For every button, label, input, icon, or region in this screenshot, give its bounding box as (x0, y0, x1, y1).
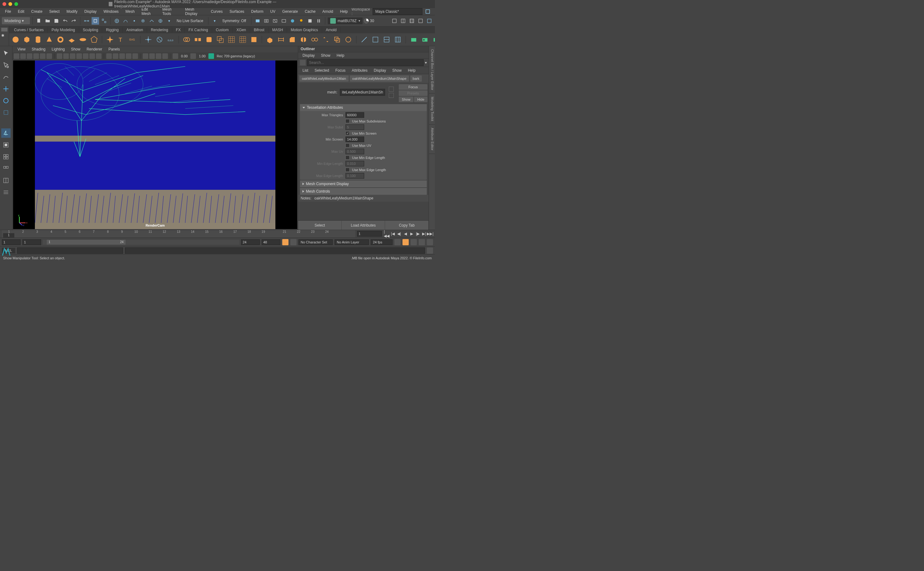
use-min-screen-checkbox[interactable] (345, 131, 350, 135)
open-scene-icon[interactable] (44, 17, 51, 25)
smooth-icon[interactable] (204, 35, 214, 44)
shelf-tab-mograph[interactable]: Motion Graphics (287, 27, 322, 33)
image-plane-icon[interactable] (33, 53, 39, 59)
menu-windows[interactable]: Windows (100, 9, 122, 14)
save-scene-icon[interactable] (52, 17, 60, 25)
step-forward-icon[interactable]: |▶ (415, 231, 420, 236)
connect-icon[interactable] (382, 35, 391, 44)
maximize-icon[interactable] (14, 2, 18, 6)
poly-plane-icon[interactable] (67, 35, 76, 44)
select-object-icon[interactable] (92, 17, 99, 25)
character-set-select[interactable]: No Character Set (299, 239, 333, 245)
ae-menu-list[interactable]: List (299, 68, 311, 73)
snap-curve-icon[interactable] (122, 17, 129, 25)
poly-cylinder-icon[interactable] (33, 35, 43, 44)
menu-uv[interactable]: UV (267, 9, 279, 14)
current-frame-indicator[interactable]: 1 (3, 233, 14, 238)
panel-menu-view[interactable]: View (14, 46, 29, 52)
min-screen-input[interactable] (345, 136, 364, 142)
snap-plane-icon[interactable] (148, 17, 156, 25)
outliner-menu-show[interactable]: Show (318, 52, 333, 58)
use-max-edge-checkbox[interactable] (345, 168, 350, 172)
gamma-value[interactable]: 1.00 (197, 54, 207, 58)
extrude-icon[interactable] (265, 35, 274, 44)
outliner-menu-help[interactable]: Help (333, 52, 347, 58)
sidebar-toggle-1-icon[interactable] (391, 17, 398, 25)
lasso-tool[interactable] (1, 60, 11, 70)
shelf-tab-arnold[interactable]: Arnold (322, 27, 341, 33)
snap-projected-icon[interactable] (139, 17, 147, 25)
new-scene-icon[interactable] (35, 17, 43, 25)
isolate-select-icon[interactable] (143, 53, 148, 59)
freeze-icon[interactable] (155, 35, 164, 44)
menu-arnold[interactable]: Arnold (319, 9, 336, 14)
grease-pencil-icon[interactable] (46, 53, 52, 59)
reduce-icon[interactable] (227, 35, 236, 44)
shelf-tab-fxcaching[interactable]: FX Caching (185, 27, 212, 33)
outliner-toggle-1[interactable] (1, 152, 11, 162)
poly-disc-icon[interactable] (78, 35, 88, 44)
ae-tab-shape[interactable]: oakWhiteLeafyMedium1MainShape (350, 76, 409, 82)
shelf-tab-rigging[interactable]: Rigging (102, 27, 123, 33)
focus-in-icon[interactable] (389, 86, 394, 92)
shelf-tab-animation[interactable]: Animation (123, 27, 147, 33)
sculpt-1-icon[interactable] (409, 35, 418, 44)
script-editor-icon[interactable] (427, 247, 433, 254)
mesh-component-header[interactable]: Mesh Component Display (300, 181, 427, 187)
sidebar-toggle-5-icon[interactable] (425, 17, 433, 25)
soft-select-tool[interactable] (1, 140, 11, 150)
select-component-icon[interactable] (100, 17, 108, 25)
go-to-end-icon[interactable]: ▶▶| (427, 231, 433, 236)
target-weld-icon[interactable] (371, 35, 380, 44)
reset-icon[interactable]: 0,0,0 (166, 35, 176, 44)
ae-show-button[interactable]: Show (399, 97, 414, 102)
menu-curves[interactable]: Curves (208, 9, 226, 14)
poly-cube-icon[interactable] (22, 35, 31, 44)
retopo-icon[interactable] (249, 35, 259, 44)
ae-menu-help[interactable]: Help (405, 68, 419, 73)
menu-select[interactable]: Select (46, 9, 63, 14)
show-manipulator-tool[interactable] (1, 128, 11, 138)
select-tool[interactable] (1, 49, 11, 58)
shelf-tab-custom[interactable]: Custom (212, 27, 233, 33)
bookmarks-icon[interactable] (27, 53, 32, 59)
menu-create[interactable]: Create (28, 9, 46, 14)
shelf-tab-curves[interactable]: Curves / Surfaces (10, 27, 48, 33)
duplicate-icon[interactable] (333, 35, 342, 44)
ae-tab-bark[interactable]: bark (410, 76, 422, 82)
merge-icon[interactable] (310, 35, 319, 44)
paint-select-tool[interactable] (1, 72, 11, 82)
ae-menu-selected[interactable]: Selected (311, 68, 333, 73)
timeline-track[interactable]: 1 1234567891011121314151617181921222324 (2, 230, 355, 238)
panel-menu-renderer[interactable]: Renderer (83, 46, 105, 52)
account-chip[interactable]: mattBU78Z ▾ (328, 17, 363, 24)
menu-edit[interactable]: Edit (15, 9, 28, 14)
outliner-toggle-2[interactable] (1, 164, 11, 173)
playback-cache-icon[interactable] (419, 239, 425, 245)
combine-icon[interactable] (182, 35, 191, 44)
step-back-icon[interactable]: ◀| (396, 231, 402, 236)
range-handle[interactable]: 1 24 (47, 240, 126, 245)
node-name-input[interactable] (340, 89, 385, 96)
render-setup-icon[interactable] (306, 17, 314, 25)
bridge-icon[interactable] (276, 35, 286, 44)
rotate-tool[interactable] (1, 96, 11, 105)
step-forward-key-icon[interactable]: ▶| (421, 231, 427, 236)
workspace-select[interactable]: Maya Classic* (373, 8, 422, 15)
playback-loop-icon[interactable] (394, 239, 400, 245)
ae-hide-button[interactable]: Hide (414, 97, 427, 102)
ae-tab-transform[interactable]: oakWhiteLeafyMedium1Main (299, 76, 349, 82)
current-frame-input[interactable] (357, 231, 382, 236)
field-chart-icon[interactable] (83, 53, 88, 59)
poly-svg-icon[interactable]: SVG (128, 35, 137, 44)
outliner-search-input[interactable] (307, 59, 424, 66)
remesh-icon[interactable] (238, 35, 247, 44)
home-icon[interactable] (424, 8, 431, 15)
shelf-tab-scroll-icon[interactable] (1, 28, 8, 31)
gamma-icon[interactable] (190, 53, 196, 59)
xray-icon[interactable] (149, 53, 155, 59)
menu-help[interactable]: Help (337, 9, 351, 14)
circularize-icon[interactable] (343, 35, 353, 44)
anim-layer-select[interactable]: No Anim Layer (334, 239, 369, 245)
viewport[interactable]: y x z RenderCam (13, 60, 297, 229)
